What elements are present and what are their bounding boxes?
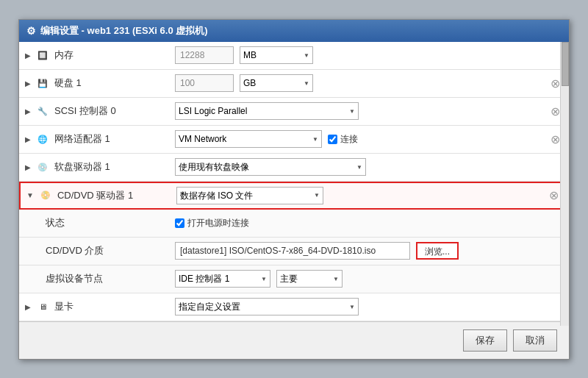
scsi0-select-wrapper: LSI Logic Parallel [175,102,359,120]
floppy1-select[interactable]: 使用现有软盘映像 [175,158,366,176]
cddvd1-select-wrapper: 数据存储 ISO 文件 [176,187,323,204]
vdevnode-select1-wrapper: IDE 控制器 1 [175,270,270,288]
cddvd1-select[interactable]: 数据存储 ISO 文件 [176,187,323,204]
display-expand-arrow[interactable]: ▶ [25,303,31,311]
vdevnode-select2-wrapper: 主要 [276,270,343,288]
status-checkbox-label: 打开电源时连接 [175,217,249,229]
row-cddvd1: ▼ 📀 CD/DVD 驱动器 1 数据存储 ISO 文件 ⊗ [19,182,569,210]
floppy1-icon: 💿 [35,161,50,173]
memory-unit-select[interactable]: MB GB [240,46,313,64]
vdevnode-label: 虚拟设备节点 [25,272,172,285]
floppy1-controls: 使用现有软盘映像 [172,158,563,176]
row-scsi0: ▶ 🔧 SCSI 控制器 0 LSI Logic Parallel ⊗ [19,98,569,126]
row-network1-label: ▶ 🌐 网络适配器 1 [25,132,172,146]
vdevnode-controls: IDE 控制器 1 主要 [172,270,563,288]
floppy1-select-wrapper: 使用现有软盘映像 [175,158,366,176]
edit-settings-dialog: ⚙ 编辑设置 - web1 231 (ESXi 6.0 虚拟机) ▶ 🔲 内存 … [18,19,570,360]
network1-icon: 🌐 [35,133,50,145]
row-disk1: ▶ 💾 硬盘 1 GB MB ⊗ [19,70,569,98]
network1-select-wrapper: VM Network [175,130,322,148]
row-cddvd1-label: ▼ 📀 CD/DVD 驱动器 1 [26,189,173,202]
network1-controls: VM Network 连接 ⊗ [172,130,563,148]
dialog-icon: ⚙ [26,25,36,37]
row-floppy1-label: ▶ 💿 软盘驱动器 1 [25,160,172,174]
disk1-icon: 💾 [35,77,50,89]
row-display: ▶ 🖥 显卡 指定自定义设置 [19,293,569,321]
status-label: 状态 [25,216,172,229]
vdevnode-select1[interactable]: IDE 控制器 1 [175,270,270,288]
cdmedia-controls: 浏览... [172,242,563,260]
status-controls: 打开电源时连接 [172,217,563,229]
scsi0-select[interactable]: LSI Logic Parallel [175,102,359,120]
disk1-unit-select[interactable]: GB MB [240,74,313,92]
settings-content: ▶ 🔲 内存 MB GB ▶ 💾 硬盘 1 [19,42,569,321]
cancel-button[interactable]: 取消 [513,329,557,352]
row-memory: ▶ 🔲 内存 MB GB [19,42,569,70]
dialog-titlebar: ⚙ 编辑设置 - web1 231 (ESXi 6.0 虚拟机) [19,20,569,42]
row-scsi0-label: ▶ 🔧 SCSI 控制器 0 [25,104,172,118]
row-disk1-label: ▶ 💾 硬盘 1 [25,76,172,90]
row-network1: ▶ 🌐 网络适配器 1 VM Network 连接 ⊗ [19,126,569,154]
display-controls: 指定自定义设置 [172,298,563,315]
scsi0-expand-arrow[interactable]: ▶ [25,107,31,115]
display-select[interactable]: 指定自定义设置 [175,298,359,315]
row-cdmedia: CD/DVD 介质 浏览... [19,238,569,265]
cddvd1-icon: 📀 [38,190,53,202]
row-floppy1: ▶ 💿 软盘驱动器 1 使用现有软盘映像 [19,154,569,182]
network1-select[interactable]: VM Network [175,130,322,148]
disk1-unit-wrapper: GB MB [240,74,313,92]
cddvd1-expand-arrow[interactable]: ▼ [26,191,34,199]
row-vdevnode: 虚拟设备节点 IDE 控制器 1 主要 [19,265,569,293]
memory-controls: MB GB [172,46,563,64]
scrollbar-thumb[interactable] [562,42,569,86]
disk1-expand-arrow[interactable]: ▶ [25,79,31,88]
disk1-input[interactable] [175,74,234,92]
vdevnode-select2[interactable]: 主要 [276,270,343,288]
scrollbar-track[interactable] [560,42,569,326]
save-button[interactable]: 保存 [463,329,507,352]
scsi0-controls: LSI Logic Parallel ⊗ [172,102,563,120]
cddvd1-delete-btn[interactable]: ⊗ [546,188,562,202]
network1-expand-arrow[interactable]: ▶ [25,135,31,143]
status-power-on-checkbox[interactable] [175,218,184,228]
cdmedia-browse-button[interactable]: 浏览... [416,242,459,260]
memory-icon: 🔲 [35,49,50,61]
cdmedia-label: CD/DVD 介质 [25,244,172,257]
row-display-label: ▶ 🖥 显卡 [25,300,172,313]
dialog-footer: 保存 取消 [19,321,569,359]
disk1-controls: GB MB ⊗ [172,74,563,92]
dialog-title: 编辑设置 - web1 231 (ESXi 6.0 虚拟机) [40,24,208,38]
memory-expand-arrow[interactable]: ▶ [25,51,31,60]
network1-connect-label: 连接 [328,133,358,146]
display-icon: 🖥 [35,301,50,313]
row-memory-label: ▶ 🔲 内存 [25,49,172,62]
row-status: 状态 打开电源时连接 [19,210,569,238]
memory-unit-wrapper: MB GB [240,46,313,64]
cddvd1-controls: 数据存储 ISO 文件 ⊗ [173,187,562,204]
scsi0-icon: 🔧 [35,105,50,117]
network1-connect-checkbox[interactable] [328,135,337,144]
display-select-wrapper: 指定自定义设置 [175,298,359,315]
memory-input[interactable] [175,46,234,64]
cdmedia-input[interactable] [175,242,410,260]
floppy1-expand-arrow[interactable]: ▶ [25,163,31,171]
